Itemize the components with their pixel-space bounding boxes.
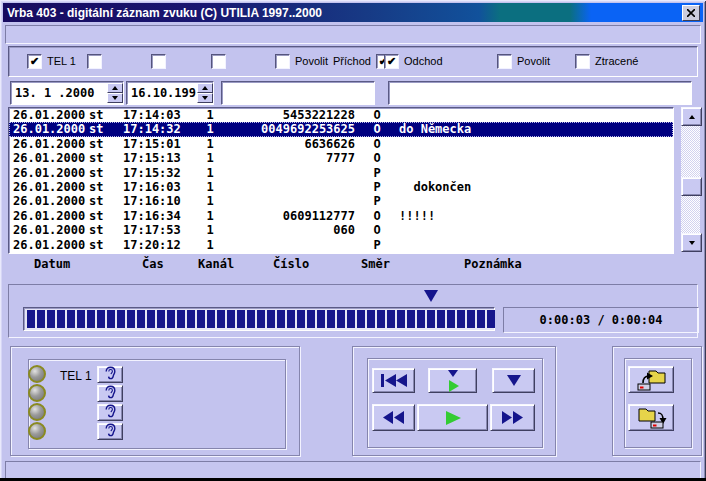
record-time: 17:15:01 — [123, 137, 195, 151]
record-note — [399, 166, 673, 180]
date-from-spin-down[interactable] — [107, 93, 123, 103]
date-from-field[interactable]: 13. 1 .2000 — [10, 81, 124, 105]
record-row[interactable]: 26.01.2000st17:17:531060O — [9, 223, 673, 237]
position-marker[interactable] — [424, 290, 438, 302]
record-row[interactable]: 26.01.2000st17:15:0116636626O — [9, 137, 673, 151]
record-row[interactable]: 26.01.2000st17:16:3410609112777O!!!!! — [9, 209, 673, 223]
date-to-spin-up[interactable] — [197, 83, 213, 93]
skip-to-start-button[interactable] — [372, 368, 415, 393]
record-row[interactable]: 26.01.2000st17:16:031P dokončen — [9, 180, 673, 194]
record-row[interactable]: 26.01.2000st17:15:1317777O — [9, 151, 673, 165]
scroll-down-button[interactable] — [681, 233, 702, 252]
listen-button[interactable] — [97, 423, 123, 440]
record-note: do Německa — [399, 122, 673, 136]
scroll-thumb[interactable] — [681, 177, 702, 196]
save-to-archive-icon — [636, 406, 667, 430]
progress-segment — [247, 310, 255, 328]
record-channel: 1 — [195, 137, 225, 151]
filter-checkbox-unlabeled-2[interactable] — [151, 54, 166, 68]
progress-segment — [47, 310, 55, 328]
progress-segment — [437, 310, 445, 328]
scroll-down-icon — [689, 241, 695, 245]
title-bar[interactable]: Vrba 403 - digitální záznam zvuku (C) UT… — [3, 3, 703, 22]
progress-segment — [397, 310, 405, 328]
archive-group — [612, 346, 702, 456]
listen-button[interactable] — [97, 404, 123, 421]
record-number — [225, 166, 355, 180]
filter-checkbox-příchod[interactable]: Příchod✔ — [333, 54, 391, 68]
fast-forward-button[interactable] — [490, 404, 535, 431]
progress-bar[interactable] — [23, 307, 495, 331]
checkbox-box[interactable] — [211, 54, 226, 69]
checkbox-box[interactable] — [575, 54, 590, 69]
number-filter-input[interactable] — [221, 81, 375, 105]
listen-button[interactable] — [97, 385, 123, 402]
rewind-icon — [380, 409, 407, 426]
filter-checkbox-odchod[interactable]: ✔Odchod — [384, 54, 443, 68]
progress-segment — [307, 310, 315, 328]
record-day: st — [89, 194, 123, 208]
ear-icon — [104, 404, 117, 422]
filter-checkbox-tel-1[interactable]: ✔TEL 1 — [27, 54, 76, 68]
note-filter-input[interactable] — [388, 81, 692, 105]
record-row[interactable]: 26.01.2000st17:14:0315453221228O — [9, 108, 673, 122]
checkbox-box[interactable] — [87, 54, 102, 69]
date-from-spin-up[interactable] — [107, 83, 123, 93]
record-number: 5453221228 — [225, 108, 355, 122]
rewind-button[interactable] — [372, 404, 415, 431]
records-list[interactable]: 26.01.2000st17:14:0315453221228O26.01.20… — [8, 107, 674, 254]
progress-segment — [157, 310, 165, 328]
progress-segment — [147, 310, 155, 328]
set-marker-button[interactable] — [492, 368, 535, 393]
restore-from-archive-button[interactable] — [628, 366, 674, 393]
filter-checkbox-unlabeled-3[interactable] — [211, 54, 226, 68]
progress-segment — [37, 310, 45, 328]
record-date: 26.01.2000 — [9, 166, 89, 180]
date-to-spin-down[interactable] — [197, 93, 213, 103]
checkbox-box[interactable]: ✔ — [27, 54, 42, 69]
date-to-field[interactable]: 16.10.199 — [126, 81, 214, 105]
checkbox-box[interactable] — [151, 54, 166, 69]
progress-segment — [317, 310, 325, 328]
column-header-směr: Směr — [361, 257, 390, 271]
filter-checkbox-povolit[interactable]: Povolit — [275, 54, 328, 68]
close-button[interactable] — [682, 5, 700, 21]
records-scrollbar[interactable] — [681, 107, 700, 252]
record-row[interactable]: 26.01.2000st17:15:321P — [9, 166, 673, 180]
progress-segment — [167, 310, 175, 328]
play-from-marker-button[interactable] — [428, 368, 477, 393]
record-direction: P — [355, 180, 399, 194]
record-date: 26.01.2000 — [9, 151, 89, 165]
filter-checkbox-unlabeled-1[interactable] — [87, 54, 102, 68]
record-number: 0049692253625 — [225, 122, 355, 136]
checkbox-box[interactable]: ✔ — [384, 54, 399, 69]
play-button[interactable] — [417, 404, 488, 431]
record-row[interactable]: 26.01.2000st17:20:121P — [9, 238, 673, 252]
ear-icon — [104, 385, 117, 403]
record-note — [399, 238, 673, 252]
save-to-archive-button[interactable] — [628, 404, 674, 431]
date-from-value: 13. 1 .2000 — [11, 86, 107, 100]
record-date: 26.01.2000 — [9, 122, 89, 136]
record-row[interactable]: 26.01.2000st17:16:101P — [9, 194, 673, 208]
record-direction: O — [355, 151, 399, 165]
scroll-up-icon — [689, 115, 695, 119]
scroll-up-button[interactable] — [681, 107, 702, 126]
listen-button[interactable] — [97, 366, 123, 383]
record-number — [225, 180, 355, 194]
record-note: dokončen — [399, 180, 673, 194]
checkbox-box[interactable] — [497, 54, 512, 69]
progress-segment — [217, 310, 225, 328]
record-channel: 1 — [195, 223, 225, 237]
record-direction: O — [355, 108, 399, 122]
filter-checkbox-ztracené[interactable]: Ztracené — [575, 54, 638, 68]
checkbox-box[interactable] — [275, 54, 290, 69]
status-strip-bottom — [5, 461, 701, 479]
checkbox-label: Ztracené — [595, 55, 638, 67]
record-row[interactable]: 26.01.2000st17:14:3210049692253625Odo Ně… — [9, 122, 673, 136]
record-day: st — [89, 166, 123, 180]
record-number: 6636626 — [225, 137, 355, 151]
record-date: 26.01.2000 — [9, 108, 89, 122]
channel-led — [28, 403, 46, 421]
filter-checkbox-povolit[interactable]: Povolit — [497, 54, 550, 68]
